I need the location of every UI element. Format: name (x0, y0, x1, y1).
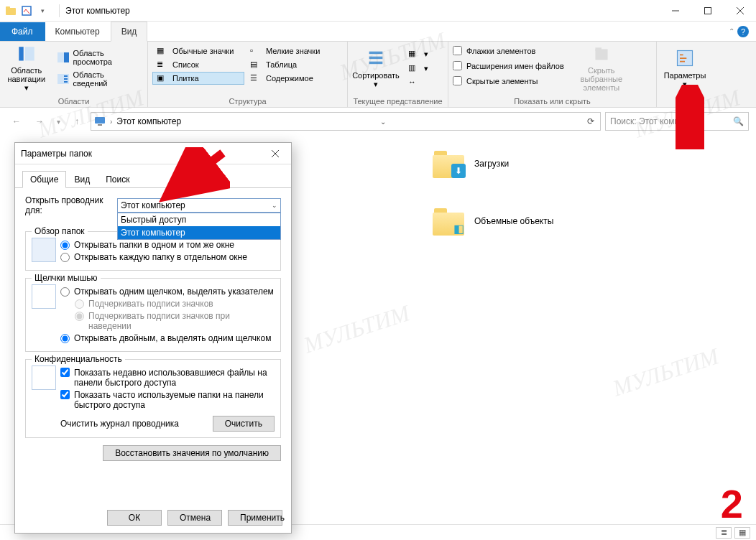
sort-label: Сортировать (352, 71, 400, 80)
privacy-legend: Конфиденциальность (32, 354, 125, 364)
browse-icon (32, 238, 56, 262)
details-pane-button[interactable]: Область сведений (53, 69, 143, 89)
layout-small[interactable]: ▫Мелкие значки (246, 45, 332, 57)
group-current-label: Текущее представление (352, 97, 443, 106)
window-titlebar: ▾ Этот компьютер (0, 0, 756, 22)
minimize-button[interactable] (659, 0, 691, 22)
svg-rect-16 (369, 57, 383, 60)
chk-frequent-folders[interactable]: Показать часто используемые папки на пан… (60, 390, 275, 410)
layout-tiles[interactable]: ▣Плитка (152, 72, 244, 85)
folder-label: Загрузки (474, 159, 509, 169)
details-pane-label: Область сведений (73, 70, 139, 88)
annotation-arrow-1 (158, 147, 230, 205)
chk-item-checkboxes[interactable]: Флажки элементов (453, 45, 564, 57)
svg-line-26 (172, 153, 223, 192)
radio-single-click[interactable]: Открывать одним щелчком, выделять указат… (60, 287, 275, 297)
group-panes-label: Области (4, 97, 143, 106)
view-details-icon[interactable]: ≣ (716, 527, 732, 539)
address-bar-row: ← → ▾ ↑ › Этот компьютер ⌄ ⟳ Поиск: Этот… (0, 108, 756, 135)
dialog-close-button[interactable] (265, 146, 285, 162)
dialog-tab-search[interactable]: Поиск (98, 171, 137, 188)
combo-option-this-pc[interactable]: Этот компьютер (118, 226, 280, 239)
window-title: Этот компьютер (59, 4, 130, 17)
breadcrumb-text[interactable]: Этот компьютер (116, 116, 181, 126)
step-number: 2 (721, 480, 743, 527)
svg-rect-13 (64, 78, 68, 80)
radio-same-window[interactable]: Открывать папки в одном и том же окне (60, 240, 275, 250)
chevron-icon[interactable]: › (110, 118, 112, 126)
dialog-title: Параметры папок (21, 149, 92, 159)
group-show-label: Показать или скрыть (453, 97, 652, 106)
click-icon (32, 284, 56, 309)
radio-new-window[interactable]: Открывать каждую папку в отдельном окне (60, 252, 275, 262)
radio-underline-always: Подчеркивать подписи значков (75, 299, 275, 309)
nav-pane-label: Область навигации (7, 66, 45, 83)
qat-properties-icon[interactable] (20, 4, 33, 17)
preview-pane-label: Область просмотра (73, 49, 139, 66)
chk-recent-files[interactable]: Показать недавно использовавшиеся файлы … (60, 368, 275, 388)
dialog-tab-view[interactable]: Вид (66, 171, 98, 188)
refresh-icon[interactable]: ⟳ (587, 116, 597, 126)
back-button[interactable]: ← (7, 112, 26, 131)
svg-rect-8 (25, 47, 34, 60)
layout-list[interactable]: ≣Список (152, 58, 244, 71)
svg-rect-10 (64, 52, 69, 62)
group-by-button[interactable]: ▦▾ (404, 47, 433, 60)
svg-rect-2 (22, 6, 31, 15)
preview-pane-button[interactable]: Область просмотра (53, 47, 143, 68)
breadcrumb[interactable]: › Этот компьютер ⌄ ⟳ (91, 112, 601, 131)
ok-button[interactable]: ОК (107, 510, 162, 526)
ribbon: Область навигации ▾ Область просмотра Об… (0, 42, 756, 108)
chevron-down-icon: ⌄ (272, 202, 277, 209)
browse-legend: Обзор папок (32, 226, 88, 236)
clear-history-label: Очистить журнал проводника (60, 419, 213, 429)
add-columns-button[interactable]: ▥▾ (404, 62, 433, 75)
maximize-button[interactable] (691, 0, 724, 22)
tab-view[interactable]: Вид (111, 22, 148, 42)
click-legend: Щелчки мышью (32, 273, 101, 283)
cancel-button[interactable]: Отмена (167, 510, 222, 526)
layout-content[interactable]: ☰Содержимое (246, 72, 332, 85)
apply-button[interactable]: Применить (228, 510, 282, 526)
dialog-tab-general[interactable]: Общие (22, 171, 66, 188)
up-button[interactable]: ↑ (68, 112, 86, 131)
watermark: МУЛЬТИМ (609, 343, 722, 401)
restore-defaults-button[interactable]: Восстановить значения по умолчанию (103, 445, 281, 461)
search-icon[interactable]: 🔍 (733, 116, 744, 126)
sort-button[interactable]: Сортировать ▾ (352, 45, 400, 92)
recent-locations-button[interactable]: ▾ (53, 112, 63, 131)
folder-options-dialog: Параметры папок Общие Вид Поиск Открыть … (14, 142, 292, 534)
view-large-icons-icon[interactable]: ▦ (734, 527, 750, 539)
nav-pane-button[interactable]: Область навигации ▾ (4, 45, 49, 92)
autosize-button[interactable]: ↔ (404, 76, 433, 89)
tab-computer[interactable]: Компьютер (45, 22, 111, 41)
options-label: Параметры (664, 71, 706, 80)
svg-rect-4 (704, 7, 711, 14)
explorer-icon (4, 4, 17, 17)
tab-file[interactable]: Файл (0, 22, 45, 41)
privacy-icon (32, 366, 56, 390)
layout-normal[interactable]: ▦Обычные значки (152, 45, 244, 57)
chk-hidden-items[interactable]: Скрытые элементы (453, 75, 564, 87)
radio-double-click[interactable]: Открывать двойным, а выделять одним щелч… (60, 333, 275, 343)
qat-dropdown-icon[interactable]: ▾ (36, 4, 49, 17)
annotation-arrow-2 (676, 85, 704, 149)
layout-table[interactable]: ▤Таблица (246, 58, 332, 71)
clear-button[interactable]: Очистить (213, 416, 275, 432)
folder-downloads[interactable]: ⬇ Загрузки (431, 149, 618, 178)
ribbon-tabs: Файл Компьютер Вид ? ⌃ (0, 22, 756, 42)
close-button[interactable] (724, 0, 756, 22)
ribbon-collapse-icon[interactable]: ⌃ (729, 27, 734, 35)
svg-rect-12 (64, 75, 68, 77)
dropdown-icon[interactable]: ⌄ (380, 118, 389, 126)
help-icon[interactable]: ? (737, 26, 749, 37)
combo-dropdown: Быстрый доступ Этот компьютер (117, 213, 281, 240)
chk-file-extensions[interactable]: Расширения имен файлов (453, 60, 564, 72)
folder-3d-objects[interactable]: ◧ Объемные объекты (431, 207, 618, 236)
radio-underline-hover: Подчеркивать подписи значков при наведен… (75, 311, 275, 331)
forward-button[interactable]: → (30, 112, 49, 131)
combo-option-quick-access[interactable]: Быстрый доступ (118, 213, 280, 226)
pc-icon (94, 116, 106, 127)
svg-rect-1 (6, 6, 10, 9)
open-explorer-label: Открыть проводник для: (25, 195, 111, 215)
